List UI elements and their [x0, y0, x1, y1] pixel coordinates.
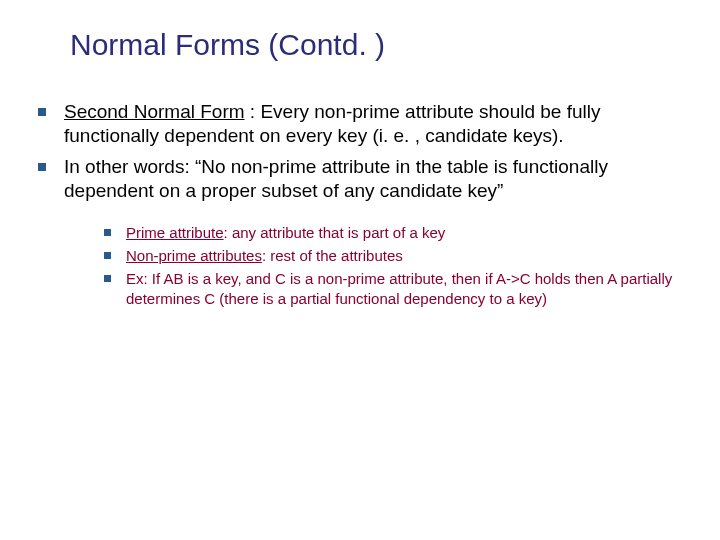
list-item: In other words: “No non-prime attribute … — [34, 155, 686, 309]
slide-title: Normal Forms (Contd. ) — [70, 28, 686, 62]
sub-bullet-lead: Prime attribute — [126, 224, 224, 241]
list-item: Second Normal Form : Every non-prime att… — [34, 100, 686, 149]
list-item: Non-prime attributes: rest of the attrib… — [102, 246, 686, 266]
bullet-list-level1: Second Normal Form : Every non-prime att… — [34, 100, 686, 308]
bullet-lead: Second Normal Form — [64, 101, 245, 122]
list-item: Prime attribute: any attribute that is p… — [102, 223, 686, 243]
slide: Normal Forms (Contd. ) Second Normal For… — [0, 0, 720, 540]
bullet-text: In other words: “No non-prime attribute … — [64, 156, 608, 201]
list-item: Ex: If AB is a key, and C is a non-prime… — [102, 269, 686, 309]
sub-bullet-lead: Non-prime attributes — [126, 247, 262, 264]
sub-bullet-text: : rest of the attributes — [262, 247, 403, 264]
sub-bullet-text: Ex: If AB is a key, and C is a non-prime… — [126, 270, 672, 307]
sub-bullet-text: : any attribute that is part of a key — [224, 224, 446, 241]
bullet-list-level2: Prime attribute: any attribute that is p… — [64, 223, 686, 308]
